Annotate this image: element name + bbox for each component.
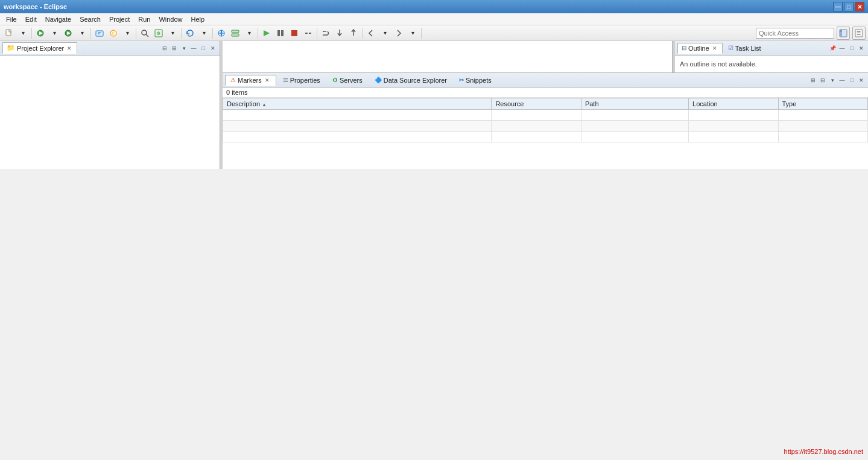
menu-help[interactable]: Help — [188, 14, 209, 24]
view-menu-btn[interactable]: ▾ — [180, 44, 188, 53]
tab-task-list[interactable]: ☑ Task List — [724, 43, 765, 54]
markers-icon: ⚠ — [230, 77, 236, 83]
toolbar-run-stop[interactable] — [288, 27, 301, 40]
tab-snippets[interactable]: ✂ Snippets — [454, 75, 497, 86]
minimize-panel-btn[interactable]: — — [189, 44, 198, 53]
outline-header: ⊟ Outline ✕ ☑ Task List 📌 — □ — [675, 41, 868, 56]
collapse-all-btn[interactable]: ⊟ — [160, 44, 169, 53]
svg-marker-15 — [264, 30, 270, 36]
bottom-view-menu-btn[interactable]: ▾ — [828, 76, 837, 85]
toolbar: ▾ ▾ ▾ ! ▾ ⚙ ▾ ▾ ▾ — [0, 25, 868, 41]
bottom-content: 0 items Description ▲ Resource — [223, 88, 868, 169]
markers-close[interactable]: ✕ — [264, 77, 271, 83]
sep7 — [317, 28, 317, 39]
col-resource[interactable]: Resource — [492, 98, 581, 110]
outline-close[interactable]: ✕ — [711, 45, 718, 51]
sep1 — [31, 28, 32, 39]
tab-project-explorer[interactable]: 📁 Project Explorer ✕ — [2, 42, 77, 54]
link-editor-btn[interactable]: ⊞ — [170, 44, 179, 53]
svg-rect-24 — [840, 30, 842, 33]
run-button[interactable] — [62, 27, 75, 40]
maximize-button[interactable]: □ — [844, 2, 854, 11]
sep3 — [136, 28, 136, 39]
toolbar-btn-1[interactable] — [93, 27, 106, 40]
toolbar-btn-refresh-dropdown[interactable]: ▾ — [197, 27, 211, 40]
bottom-expand-btn[interactable]: ⊞ — [809, 76, 817, 85]
quick-access-input[interactable] — [756, 28, 834, 39]
menu-window[interactable]: Window — [155, 14, 186, 24]
debug-dropdown[interactable]: ▾ — [48, 27, 61, 40]
menu-search[interactable]: Search — [76, 14, 104, 24]
menu-project[interactable]: Project — [106, 14, 133, 24]
servers-label: Servers — [340, 77, 363, 84]
col-path[interactable]: Path — [581, 98, 688, 110]
run-dropdown[interactable]: ▾ — [75, 27, 89, 40]
toolbar-btn-6[interactable]: ▾ — [166, 27, 179, 40]
toolbar-btn-step-into[interactable] — [333, 27, 346, 40]
menu-edit[interactable]: Edit — [22, 14, 40, 24]
toolbar-btn-globe[interactable] — [215, 27, 228, 40]
title-controls: — □ ✕ — [833, 2, 864, 11]
toolbar-prev[interactable] — [364, 27, 378, 40]
tab-properties[interactable]: ☰ Properties — [277, 75, 326, 86]
toolbar-icon-btn-open-perspective[interactable] — [837, 27, 850, 40]
outline-close-btn[interactable]: ✕ — [857, 44, 866, 53]
toolbar-btn-3[interactable]: ▾ — [121, 27, 134, 40]
outline-minimize-btn[interactable]: — — [838, 44, 846, 53]
toolbar-btn-4[interactable] — [138, 27, 151, 40]
toolbar-run-play[interactable] — [260, 27, 273, 40]
outline-label: Outline — [688, 45, 709, 52]
toolbar-next-dropdown[interactable]: ▾ — [406, 27, 419, 40]
editor-content[interactable] — [223, 41, 672, 72]
col-location[interactable]: Location — [689, 98, 778, 110]
toolbar-btn-5[interactable]: ⚙ — [152, 27, 165, 40]
toolbar-btn-deploy[interactable]: ▾ — [242, 27, 256, 40]
menu-file[interactable]: File — [2, 14, 21, 24]
project-explorer-close[interactable]: ✕ — [66, 45, 73, 51]
sep5 — [212, 28, 213, 39]
toolbar-group-run: ▾ — [62, 27, 89, 40]
svg-rect-13 — [232, 30, 239, 33]
toolbar-run-disconnect[interactable] — [302, 27, 315, 40]
toolbar-btn-refresh[interactable] — [183, 27, 197, 40]
tab-servers[interactable]: ⚙ Servers — [327, 75, 368, 86]
bottom-maximize-btn[interactable]: □ — [847, 76, 856, 85]
bottom-close-btn[interactable]: ✕ — [857, 76, 866, 85]
outline-message: An outline is not available. — [680, 60, 757, 68]
close-panel-btn[interactable]: ✕ — [209, 44, 217, 53]
svg-rect-17 — [281, 30, 284, 36]
svg-point-8 — [142, 30, 147, 35]
toolbar-btn-server[interactable] — [229, 27, 242, 40]
new-dropdown[interactable]: ▾ — [16, 27, 30, 40]
bottom-filter-btn[interactable]: ⊟ — [819, 76, 827, 85]
outline-pin-btn[interactable]: 📌 — [828, 44, 837, 53]
quick-access-area: ☰ — [756, 27, 866, 40]
toolbar-btn-2[interactable]: ! — [107, 27, 120, 40]
tab-datasource[interactable]: 🔷 Data Source Explorer — [369, 75, 452, 86]
task-list-icon: ☑ — [728, 45, 733, 51]
menu-navigate[interactable]: Navigate — [42, 14, 75, 24]
svg-rect-0 — [6, 30, 11, 36]
toolbar-prev-dropdown[interactable]: ▾ — [378, 27, 391, 40]
col-description[interactable]: Description ▲ — [223, 98, 492, 110]
toolbar-icon-btn-view[interactable]: ☰ — [852, 27, 866, 40]
minimize-button[interactable]: — — [833, 2, 843, 11]
tab-outline[interactable]: ⊟ Outline ✕ — [677, 43, 723, 54]
bottom-minimize-btn[interactable]: — — [838, 76, 846, 85]
table-row — [223, 110, 868, 121]
maximize-panel-btn[interactable]: □ — [199, 44, 207, 53]
toolbar-btn-step-out[interactable] — [347, 27, 360, 40]
toolbar-run-pause[interactable] — [274, 27, 287, 40]
col-type[interactable]: Type — [778, 98, 868, 110]
menu-run[interactable]: Run — [135, 14, 154, 24]
debug-button[interactable] — [34, 27, 47, 40]
close-button[interactable]: ✕ — [855, 2, 864, 11]
toolbar-next[interactable] — [392, 27, 405, 40]
svg-rect-25 — [840, 33, 842, 37]
tab-markers[interactable]: ⚠ Markers ✕ — [225, 75, 276, 86]
table-row — [223, 121, 868, 132]
toolbar-btn-step-over[interactable] — [319, 27, 332, 40]
outline-maximize-btn[interactable]: □ — [847, 44, 856, 53]
new-button[interactable] — [2, 27, 16, 40]
project-explorer-header: 📁 Project Explorer ✕ ⊟ ⊞ ▾ — □ ✕ — [0, 41, 220, 56]
